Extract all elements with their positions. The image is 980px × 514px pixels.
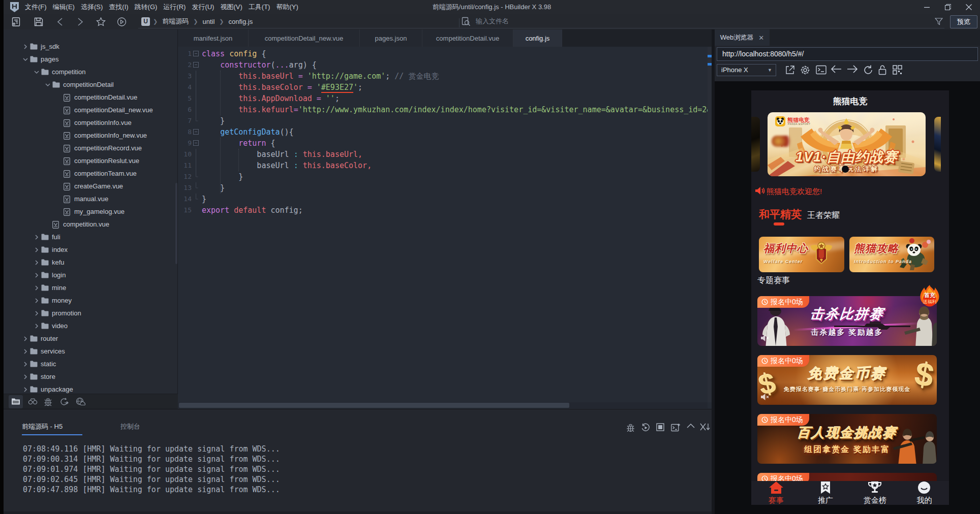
tree-item-competitionReslut.vue[interactable]: competitionReslut.vue <box>4 155 178 168</box>
panel-divider[interactable] <box>712 29 715 514</box>
code-line-3[interactable]: 3 this.baseUrl = 'http://game.com'; // 赏… <box>178 71 712 82</box>
back-button[interactable] <box>56 18 64 26</box>
hero-carousel-banner[interactable]: 熊猫电竞 PANDA ESPORT 1V1·自由约战赛 约战赛事玩法详解 <box>768 112 926 176</box>
tree-item-money[interactable]: money <box>4 295 178 307</box>
tree-expand-icon[interactable] <box>44 81 51 88</box>
menu-item[interactable]: 工具(T) <box>249 3 270 12</box>
game-tab-kings-glory[interactable]: 王者荣耀 <box>807 210 840 221</box>
editor-tab-competitionDetail_new.vue[interactable]: competitionDetail_new.vue <box>249 29 360 47</box>
code-line-5[interactable]: 5 this.AppDownload = ''; <box>178 93 712 104</box>
device-selector[interactable]: iPhone X▼ <box>717 64 776 76</box>
tree-item-store[interactable]: store <box>4 371 178 383</box>
tree-item-competitionDetail[interactable]: competitionDetail <box>4 79 178 91</box>
menu-item[interactable]: 选择(S) <box>81 3 103 12</box>
tree-expand-icon[interactable] <box>33 284 40 292</box>
tree-expand-icon[interactable] <box>33 310 40 317</box>
breadcrumb-item[interactable]: config.js <box>229 18 253 25</box>
code-line-8[interactable]: 8 getConfigData(){ <box>178 126 712 138</box>
run-button[interactable] <box>117 17 127 27</box>
save-button[interactable] <box>34 17 43 26</box>
announcement-text[interactable]: 熊猫电竞欢迎您! <box>767 187 822 197</box>
tree-expand-icon[interactable] <box>33 272 40 279</box>
tree-expand-icon[interactable] <box>22 43 29 50</box>
app-tab-推广[interactable]: 推广 <box>801 481 850 505</box>
tree-item-competitionTeam.vue[interactable]: competitionTeam.vue <box>4 168 178 180</box>
refresh-icon[interactable] <box>863 65 873 75</box>
window-minimize-button[interactable] <box>916 0 937 14</box>
filter-icon[interactable] <box>935 18 943 25</box>
console-restart-icon[interactable] <box>641 423 650 432</box>
menu-item[interactable]: 视图(V) <box>220 3 242 12</box>
browser-tab[interactable]: Web浏览器 ✕ <box>715 29 770 46</box>
fold-marker[interactable] <box>193 126 200 138</box>
tree-expand-icon[interactable] <box>33 246 40 253</box>
file-search-input[interactable]: 输入文件名 <box>461 14 509 28</box>
tree-item-promotion[interactable]: promotion <box>4 307 178 320</box>
game-tab-peace-elite[interactable]: 和平精英 <box>759 207 802 221</box>
muted-speaker-icon[interactable] <box>760 393 769 401</box>
menu-item[interactable]: 查找(I) <box>109 3 128 12</box>
tree-item-router[interactable]: router <box>4 333 178 345</box>
menu-item[interactable]: 帮助(Y) <box>276 3 298 12</box>
breadcrumb-item[interactable]: until <box>202 18 215 25</box>
nav-back-icon[interactable] <box>831 65 842 73</box>
tree-item-competitionRecord.vue[interactable]: competitionRecord.vue <box>4 142 178 155</box>
tree-expand-icon[interactable] <box>22 56 29 63</box>
editor-horizontal-scrollbar[interactable] <box>178 402 708 408</box>
editor-tab-manifest.json[interactable]: manifest.json <box>178 29 249 47</box>
code-line-10[interactable]: 10 baseUrl : this.baseUrl, <box>178 149 712 160</box>
console-new-terminal-icon[interactable] <box>671 423 681 432</box>
settings-gear-icon[interactable] <box>800 65 810 75</box>
tree-item-static[interactable]: static <box>4 358 178 371</box>
code-line-2[interactable]: 2 constructor(...arg) { <box>178 59 712 71</box>
breadcrumb-item[interactable]: 前端源码 <box>162 17 189 26</box>
tree-expand-icon[interactable] <box>33 69 40 76</box>
carousel-next-slide[interactable] <box>934 117 941 172</box>
event-banner-免费金币赛[interactable]: $$ 报名中0场 免费金币赛 免费报名赛事·赚金币换门票·再参加比赛领现金 <box>757 355 937 405</box>
app-tab-赏金榜[interactable]: 赏金榜 <box>850 481 900 505</box>
tree-item-competitionInfo_new.vue[interactable]: competitionInfo_new.vue <box>4 130 178 142</box>
tree-expand-icon[interactable] <box>33 323 40 330</box>
sidebar-scrollbar-thumb[interactable] <box>175 183 177 264</box>
code-line-12[interactable]: 12 } <box>178 171 712 182</box>
tree-item-index[interactable]: index <box>4 244 178 256</box>
tree-expand-icon[interactable] <box>33 297 40 304</box>
tree-item-login[interactable]: login <box>4 269 178 282</box>
tree-expand-icon[interactable] <box>22 373 29 380</box>
tree-item-video[interactable]: video <box>4 320 178 333</box>
url-input[interactable]: http://localhost:8080/h5/#/ <box>717 47 978 61</box>
tree-item-createGame.vue[interactable]: createGame.vue <box>4 180 178 193</box>
new-file-button[interactable] <box>11 17 21 27</box>
welfare-center-card[interactable]: 福利中心 Welfare Center <box>759 237 844 272</box>
console-clear-icon[interactable] <box>700 423 710 431</box>
cloud-panel-icon[interactable] <box>76 397 85 406</box>
editor-tab-competitionDetail.vue[interactable]: competitionDetail.vue <box>422 29 513 47</box>
tree-item-competitionInfo.vue[interactable]: competitionInfo.vue <box>4 117 178 130</box>
code-line-6[interactable]: 6 this.kefuurl='http://www.ymkuzhan.com/… <box>178 104 712 115</box>
panda-guide-card[interactable]: 熊猫攻略 Introduction to Panda <box>849 237 934 272</box>
debug-panel-icon[interactable] <box>44 397 52 406</box>
tree-item-manual.vue[interactable]: manual.vue <box>4 193 178 206</box>
tree-expand-icon[interactable] <box>22 335 29 342</box>
event-banner-百人现金挑战赛[interactable]: 报名中0场 百人现金挑战赛 组团拿赏金 奖励丰富 <box>757 414 937 464</box>
qr-code-icon[interactable] <box>893 65 902 75</box>
editor-vertical-scrollbar[interactable] <box>708 47 712 402</box>
lock-icon[interactable] <box>878 65 886 75</box>
fold-marker[interactable] <box>193 59 200 71</box>
menu-item[interactable]: 发行(U) <box>192 3 214 12</box>
code-line-13[interactable]: 13 } <box>178 182 712 194</box>
window-close-button[interactable] <box>958 0 979 14</box>
tree-item-kefu[interactable]: kefu <box>4 256 178 269</box>
console-debug-icon[interactable] <box>626 423 635 432</box>
code-line-4[interactable]: 4 this.baseColor = '#E93E27'; <box>178 82 712 93</box>
app-tab-赛事[interactable]: 赛事 <box>751 481 801 505</box>
code-line-15[interactable]: 15export default config; <box>178 205 712 216</box>
tree-item-pages[interactable]: pages <box>4 53 178 66</box>
console-stop-icon[interactable] <box>656 423 664 431</box>
tree-expand-icon[interactable] <box>22 348 29 355</box>
files-panel-icon[interactable] <box>11 397 20 406</box>
code-line-14[interactable]: 14} <box>178 194 712 205</box>
menu-item[interactable]: 文件(F) <box>25 3 47 12</box>
editor-tab-config.js[interactable]: config.js <box>513 29 562 47</box>
console-tab-h5[interactable]: 前端源码 - H5 <box>22 418 63 435</box>
